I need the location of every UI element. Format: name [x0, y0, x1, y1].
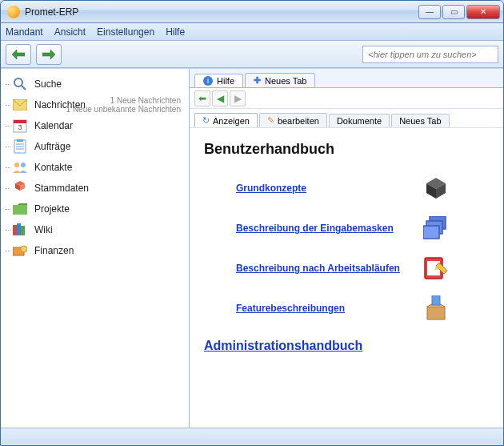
- svg-rect-13: [13, 205, 27, 215]
- sidebar-item-wiki[interactable]: Wiki: [4, 219, 186, 240]
- tab-label: Neues Tab: [265, 76, 306, 86]
- search-input[interactable]: [362, 46, 498, 63]
- nav-forward-button[interactable]: [36, 44, 62, 65]
- badge-line: 1 Neue Nachrichten: [66, 96, 181, 105]
- right-pane: i Hilfe ✚ Neues Tab ⬅ ◀ ▶ ↻ Anzeigen ✎ b…: [190, 69, 503, 428]
- nav-fwd-button[interactable]: ▶: [230, 90, 246, 106]
- sidebar-item-label: Projekte: [34, 203, 70, 215]
- nav-back-button[interactable]: [6, 44, 31, 65]
- tab-label: Hilfe: [217, 76, 234, 86]
- link-featurebeschreibungen[interactable]: Featurebeschreibungen: [236, 303, 345, 314]
- sidebar-item-kalendar[interactable]: 3 Kalendar: [4, 115, 186, 136]
- toolbar: [1, 41, 503, 68]
- link-eingabemasken[interactable]: Beschreibung der Eingabemasken: [236, 223, 394, 234]
- sidebar-item-label: Kalendar: [34, 120, 73, 131]
- svg-point-12: [21, 163, 26, 167]
- sidebar: Suche Nachrichten 1 Neue Nachrichten 1 N…: [1, 69, 190, 428]
- subtab-dokumente[interactable]: Dokumente: [329, 114, 390, 127]
- sidebar-item-auftraege[interactable]: Aufträge: [4, 136, 186, 157]
- svg-rect-7: [17, 139, 23, 142]
- plus-icon: ✚: [254, 75, 261, 86]
- subtab-bearbeiten[interactable]: ✎ bearbeiten: [259, 113, 327, 127]
- window-title: Promet-ERP: [25, 6, 418, 18]
- menu-einstellungen[interactable]: Einstellungen: [97, 26, 154, 38]
- nav-back-button[interactable]: ◀: [212, 90, 228, 106]
- clipboard-icon: [12, 139, 28, 155]
- minimize-button[interactable]: —: [418, 5, 441, 19]
- arrow-left-green-icon: ⬅: [198, 93, 206, 104]
- svg-rect-24: [427, 307, 445, 319]
- link-administrationshandbuch[interactable]: Administrationshandbuch: [204, 339, 489, 353]
- content-nav: ⬅ ◀ ▶: [190, 88, 503, 109]
- calendar-icon: 3: [12, 118, 28, 134]
- folder-icon: [12, 201, 28, 217]
- svg-point-0: [14, 78, 22, 86]
- svg-text:3: 3: [18, 123, 22, 131]
- sidebar-item-badge: 1 Neue Nachrichten 1 Neue unbekannte Nac…: [66, 96, 181, 114]
- menu-mandant[interactable]: Mandant: [6, 26, 43, 38]
- subtab-label: Anzeigen: [213, 116, 250, 126]
- sidebar-item-finanzen[interactable]: Finanzen: [4, 240, 186, 261]
- titlebar: Promet-ERP — ▭ ✕: [1, 1, 503, 23]
- statusbar: [1, 428, 503, 445]
- sub-tabs: ↻ Anzeigen ✎ bearbeiten Dokumente Neues …: [190, 109, 503, 128]
- svg-point-18: [21, 246, 27, 252]
- svg-rect-25: [432, 295, 440, 305]
- sidebar-item-label: Stammdaten: [34, 183, 89, 194]
- subtab-label: bearbeiten: [278, 116, 319, 126]
- svg-rect-14: [13, 225, 17, 235]
- sidebar-item-kontakte[interactable]: Kontakte: [4, 157, 186, 178]
- cube-icon: [423, 175, 449, 201]
- arrow-right-gray-icon: ▶: [234, 93, 242, 104]
- arrow-right-icon: [42, 50, 55, 59]
- sidebar-item-label: Finanzen: [34, 245, 74, 256]
- sidebar-item-stammdaten[interactable]: Stammdaten: [4, 178, 186, 199]
- people-icon: [12, 159, 28, 175]
- help-link-row: Beschreibung nach Arbeitsabläufen: [204, 252, 489, 284]
- close-button[interactable]: ✕: [466, 5, 500, 19]
- money-icon: [12, 243, 28, 259]
- svg-rect-16: [21, 226, 25, 235]
- svg-rect-15: [17, 223, 21, 235]
- app-icon: [7, 6, 20, 18]
- note-pencil-icon: [423, 255, 449, 281]
- menu-hilfe[interactable]: Hilfe: [166, 26, 185, 38]
- menu-ansicht[interactable]: Ansicht: [54, 26, 86, 38]
- sidebar-item-label: Aufträge: [34, 141, 70, 152]
- tab-neues-tab[interactable]: ✚ Neues Tab: [245, 73, 315, 87]
- sidebar-item-label: Suche: [34, 78, 62, 90]
- link-arbeitsablaeufe[interactable]: Beschreibung nach Arbeitsabläufen: [236, 263, 400, 274]
- help-content: Benutzerhandbuch Grundkonzepte Beschreib…: [190, 128, 503, 428]
- help-link-row: Featurebeschreibungen: [204, 292, 489, 324]
- help-link-row: Beschreibung der Eingabemasken: [204, 212, 489, 244]
- top-tabs: i Hilfe ✚ Neues Tab: [190, 69, 503, 88]
- sidebar-item-nachrichten[interactable]: Nachrichten 1 Neue Nachrichten 1 Neue un…: [4, 94, 186, 115]
- menubar: Mandant Ansicht Einstellungen Hilfe: [1, 23, 503, 41]
- sidebar-item-suche[interactable]: Suche: [4, 74, 186, 94]
- help-link-row: Grundkonzepte: [204, 172, 489, 204]
- nav-first-button[interactable]: ⬅: [194, 90, 210, 106]
- pencil-icon: ✎: [267, 115, 274, 126]
- subtab-label: Neues Tab: [399, 116, 441, 126]
- maximize-button[interactable]: ▭: [442, 5, 465, 19]
- refresh-icon: ↻: [202, 115, 210, 126]
- database-icon: [12, 180, 28, 196]
- books-icon: [12, 222, 28, 238]
- windows-icon: [423, 215, 449, 241]
- subtab-neues-tab[interactable]: Neues Tab: [391, 114, 449, 127]
- arrow-left-icon: [12, 50, 25, 59]
- sidebar-item-projekte[interactable]: Projekte: [4, 199, 186, 219]
- badge-line: 1 Neue unbekannte Nachrichten: [66, 105, 181, 114]
- link-grundkonzepte[interactable]: Grundkonzepte: [236, 183, 306, 194]
- svg-line-1: [22, 86, 26, 90]
- sidebar-item-label: Wiki: [34, 224, 53, 235]
- arrow-left-icon: ◀: [217, 93, 224, 104]
- envelope-icon: [12, 97, 28, 113]
- info-icon: i: [203, 76, 213, 86]
- box-icon: [423, 295, 449, 321]
- subtab-label: Dokumente: [337, 116, 382, 126]
- subtab-anzeigen[interactable]: ↻ Anzeigen: [194, 113, 258, 127]
- window-buttons: — ▭ ✕: [418, 5, 500, 19]
- svg-point-11: [14, 163, 19, 167]
- tab-hilfe[interactable]: i Hilfe: [194, 74, 243, 87]
